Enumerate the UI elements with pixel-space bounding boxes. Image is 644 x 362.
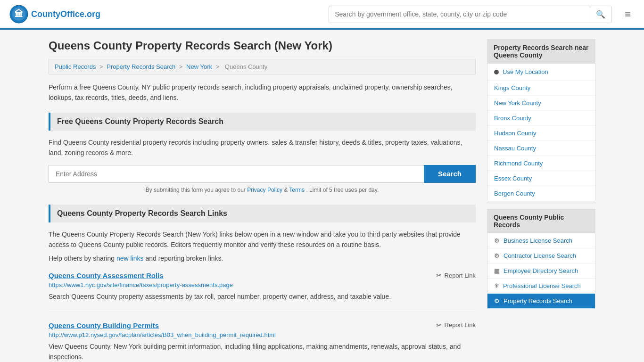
logo[interactable]: 🏛 CountyOffice.org	[9, 5, 100, 24]
scissors-icon-1	[436, 321, 442, 329]
sidebar-nearby-list: Use My Location Kings County New York Co…	[487, 64, 595, 201]
assessment-rolls-desc: Search Queens County property assessment…	[49, 291, 476, 302]
global-search-input[interactable]	[329, 7, 590, 22]
address-form: Search	[49, 165, 476, 183]
sidebar-nearby-heading: Property Records Search near Queens Coun…	[487, 39, 595, 64]
links-section: Queens County Property Records Search Li…	[49, 205, 476, 362]
form-disclaimer: By submitting this form you agree to our…	[49, 187, 476, 193]
sidebar-nearby-section: Property Records Search near Queens Coun…	[487, 39, 595, 201]
sidebar-item-essex-county[interactable]: Essex County	[487, 171, 595, 186]
share-links-text: Help others by sharing new links and rep…	[49, 255, 476, 262]
sidebar-item-nassau-county[interactable]: Nassau County	[487, 141, 595, 156]
sidebar-item-bronx-county[interactable]: Bronx County	[487, 111, 595, 126]
links-heading: Queens County Property Records Search Li…	[49, 205, 476, 222]
sidebar-property-records-search[interactable]: ⚙ Property Records Search	[487, 294, 595, 308]
sidebar-business-license-search[interactable]: ⚙ Business License Search	[487, 233, 595, 248]
building-permits-title[interactable]: Queens County Building Permits	[49, 321, 159, 329]
assessment-rolls-url[interactable]: https://www1.nyc.gov/site/finance/taxes/…	[49, 281, 476, 288]
use-my-location-link[interactable]: Use My Location	[503, 68, 548, 75]
page-title: Queens County Property Records Search (N…	[49, 39, 476, 52]
links-description: The Queens County Property Records Searc…	[49, 229, 476, 250]
sidebar-item-hudson-county[interactable]: Hudson County	[487, 126, 595, 141]
breadcrumb: Public Records > Property Records Search…	[49, 59, 476, 74]
sidebar-public-records-list: ⚙ Business License Search ⚙ Contractor L…	[487, 233, 595, 309]
building-permits-url[interactable]: http://www.p12.nysed.gov/facplan/article…	[49, 331, 476, 338]
sidebar-contractor-license-search[interactable]: ⚙ Contractor License Search	[487, 248, 595, 263]
sidebar-professional-license-search[interactable]: ✳ Professional License Search	[487, 279, 595, 294]
breadcrumb-public-records[interactable]: Public Records	[55, 63, 96, 70]
gear-icon-property: ⚙	[494, 297, 500, 304]
gear-icon-business: ⚙	[494, 237, 500, 244]
menu-button[interactable]: ≡	[621, 6, 635, 22]
logo-icon: 🏛	[9, 5, 28, 24]
building-permits-desc: View Queens County, New York building pe…	[49, 341, 476, 362]
address-input[interactable]	[49, 165, 424, 183]
sidebar-employee-directory-search[interactable]: ▦ Employee Directory Search	[487, 263, 595, 279]
report-link-button-0[interactable]: Report Link	[436, 272, 476, 279]
intro-text: Perform a free Queens County, NY public …	[49, 82, 476, 103]
scissors-icon	[436, 272, 442, 279]
sidebar-use-location[interactable]: Use My Location	[487, 64, 595, 81]
sidebar-public-records-section: Queens County Public Records ⚙ Business …	[487, 209, 595, 309]
sidebar: Property Records Search near Queens Coun…	[487, 39, 595, 362]
new-links-link[interactable]: new links	[116, 255, 144, 262]
free-search-section: Free Queens County Property Records Sear…	[49, 113, 476, 193]
assessment-rolls-title[interactable]: Queens County Assessment Rolls	[49, 272, 164, 280]
breadcrumb-property-records-search[interactable]: Property Records Search	[107, 63, 175, 70]
report-link-button-1[interactable]: Report Link	[436, 321, 476, 329]
global-search-button[interactable]: 🔍	[590, 6, 611, 23]
asterisk-icon-professional: ✳	[494, 282, 499, 289]
free-search-description: Find Queens County residential property …	[49, 137, 476, 158]
global-search-bar: 🔍	[329, 6, 611, 23]
location-dot-icon	[494, 70, 499, 74]
gear-icon-contractor: ⚙	[494, 252, 500, 259]
sidebar-item-richmond-county[interactable]: Richmond County	[487, 156, 595, 171]
logo-text: CountyOffice.org	[31, 9, 100, 19]
breadcrumb-new-york[interactable]: New York	[186, 63, 212, 70]
sidebar-public-records-heading: Queens County Public Records	[487, 209, 595, 233]
search-button[interactable]: Search	[424, 165, 476, 183]
sidebar-item-kings-county[interactable]: Kings County	[487, 81, 595, 96]
terms-link[interactable]: Terms	[289, 187, 305, 193]
breadcrumb-queens-county: Queens County	[225, 63, 267, 70]
resource-card-building-permits: Queens County Building Permits Report Li…	[49, 321, 476, 362]
resource-card-assessment-rolls: Queens County Assessment Rolls Report Li…	[49, 272, 476, 312]
svg-text:🏛: 🏛	[15, 9, 23, 19]
free-search-heading: Free Queens County Property Records Sear…	[49, 113, 476, 131]
grid-icon-employee: ▦	[494, 267, 500, 274]
sidebar-item-bergen-county[interactable]: Bergen County	[487, 186, 595, 201]
privacy-policy-link[interactable]: Privacy Policy	[247, 187, 282, 193]
sidebar-item-new-york-county[interactable]: New York County	[487, 96, 595, 111]
